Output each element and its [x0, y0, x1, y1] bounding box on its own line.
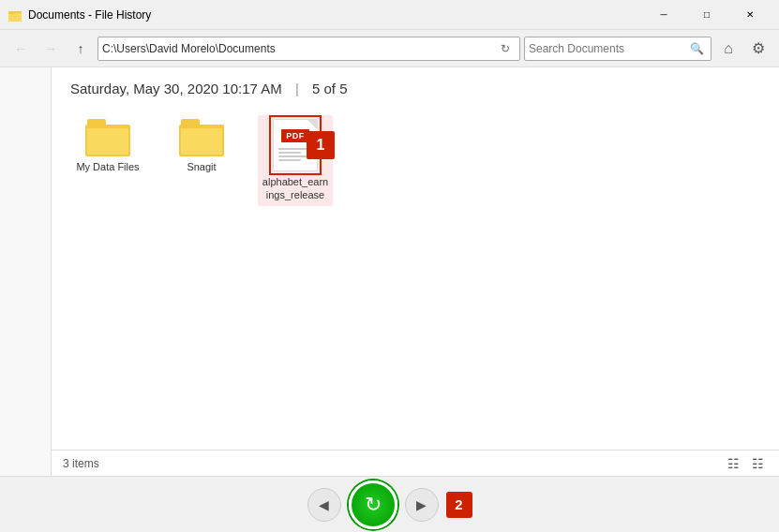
prev-icon: ◀ [319, 497, 329, 512]
date-header: Saturday, May 30, 2020 10:17 AM | 5 of 5 [52, 67, 779, 106]
up-button[interactable]: ↑ [67, 36, 94, 62]
folder-icon-snagit [179, 119, 224, 156]
view-controls: ☷ ☷ [723, 453, 768, 474]
close-button[interactable]: ✕ [728, 0, 772, 30]
nav-version-badge: 2 [446, 492, 472, 518]
content-panel: Saturday, May 30, 2020 10:17 AM | 5 of 5… [52, 67, 779, 476]
pdf-badge: PDF [281, 129, 309, 142]
title-bar: Documents - File History ─ □ ✕ [0, 0, 779, 30]
file-label-alphabet-earnings: alphabet_earnings_release [262, 175, 329, 202]
svg-rect-1 [8, 13, 22, 22]
date-text: Saturday, May 30, 2020 10:17 AM [70, 81, 282, 96]
window-controls: ─ □ ✕ [642, 0, 772, 30]
forward-button[interactable]: → [37, 36, 64, 62]
search-icon[interactable]: 🔍 [686, 38, 707, 59]
details-view-button[interactable]: ☷ [723, 453, 743, 474]
file-label-snagit: Snagit [187, 160, 216, 173]
settings-button[interactable]: ⚙ [745, 36, 772, 62]
window-title: Documents - File History [28, 8, 642, 22]
app-icon [7, 7, 22, 22]
file-label-my-data-files: My Data Files [76, 160, 139, 173]
position-text: 5 of 5 [312, 81, 348, 96]
file-version-badge-1: 1 [307, 131, 335, 159]
maximize-button[interactable]: □ [685, 0, 728, 30]
next-version-button[interactable]: ▶ [405, 488, 439, 522]
folder-icon-my-data-files [85, 119, 130, 156]
status-bar: 3 items ☷ ☷ [52, 450, 779, 476]
item-count: 3 items [63, 457, 99, 470]
address-input[interactable] [102, 42, 495, 55]
pdf-icon-wrapper: PDF 1 [273, 119, 318, 171]
search-input[interactable] [529, 42, 686, 55]
bottom-nav: ◀ ↻ ▶ 2 [0, 476, 779, 532]
search-bar: 🔍 [524, 37, 712, 61]
main-area: Saturday, May 30, 2020 10:17 AM | 5 of 5… [0, 67, 779, 476]
restore-icon: ↻ [365, 493, 382, 517]
minimize-button[interactable]: ─ [642, 0, 685, 30]
file-item-alphabet-earnings[interactable]: PDF 1 alphabet_earnings_release [258, 115, 333, 206]
svg-rect-2 [8, 11, 14, 14]
next-icon: ▶ [416, 497, 427, 512]
refresh-button[interactable]: ↻ [495, 38, 516, 59]
home-button[interactable]: ⌂ [715, 36, 742, 62]
back-button[interactable]: ← [7, 36, 34, 62]
toolbar: ← → ↑ ↻ 🔍 ⌂ ⚙ [0, 30, 779, 67]
files-area: My Data Files Snagit PDF [52, 106, 779, 450]
previous-version-button[interactable]: ◀ [307, 488, 341, 522]
date-separator: | [295, 81, 299, 96]
restore-button[interactable]: ↻ [349, 480, 397, 529]
address-bar: ↻ [97, 37, 520, 61]
tiles-view-button[interactable]: ☷ [747, 453, 768, 474]
sidebar [0, 67, 52, 476]
file-item-snagit[interactable]: Snagit [164, 115, 239, 177]
file-item-my-data-files[interactable]: My Data Files [70, 115, 145, 177]
